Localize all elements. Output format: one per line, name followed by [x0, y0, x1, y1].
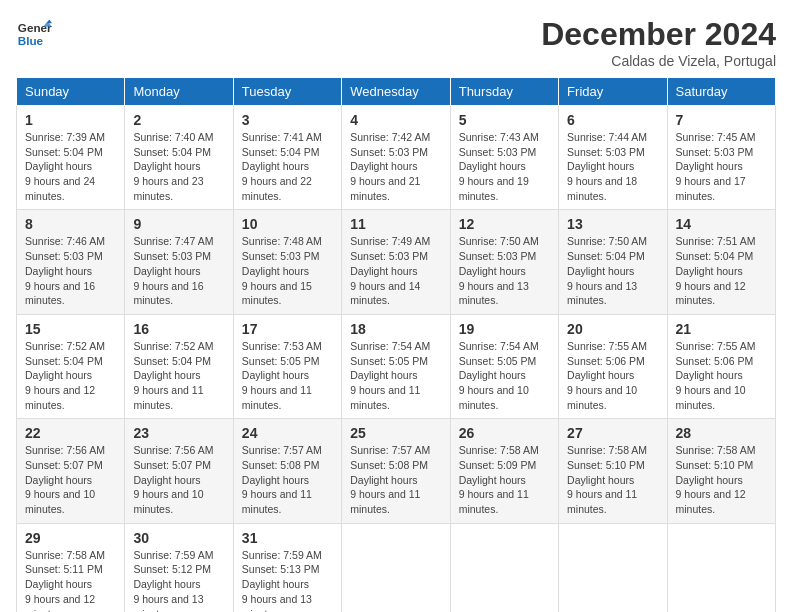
calendar-cell: 28 Sunrise: 7:58 AM Sunset: 5:10 PM Dayl… — [667, 419, 775, 523]
day-info: Sunrise: 7:52 AM Sunset: 5:04 PM Dayligh… — [133, 339, 224, 412]
calendar-cell: 6 Sunrise: 7:44 AM Sunset: 5:03 PM Dayli… — [559, 106, 667, 210]
day-number: 18 — [350, 321, 441, 337]
calendar-header-row: SundayMondayTuesdayWednesdayThursdayFrid… — [17, 78, 776, 106]
location-subtitle: Caldas de Vizela, Portugal — [541, 53, 776, 69]
calendar-week-row: 29 Sunrise: 7:58 AM Sunset: 5:11 PM Dayl… — [17, 523, 776, 612]
calendar-cell: 15 Sunrise: 7:52 AM Sunset: 5:04 PM Dayl… — [17, 314, 125, 418]
day-number: 1 — [25, 112, 116, 128]
day-number: 16 — [133, 321, 224, 337]
day-number: 7 — [676, 112, 767, 128]
day-info: Sunrise: 7:46 AM Sunset: 5:03 PM Dayligh… — [25, 234, 116, 307]
day-number: 6 — [567, 112, 658, 128]
day-number: 5 — [459, 112, 550, 128]
day-info: Sunrise: 7:42 AM Sunset: 5:03 PM Dayligh… — [350, 130, 441, 203]
calendar-week-row: 15 Sunrise: 7:52 AM Sunset: 5:04 PM Dayl… — [17, 314, 776, 418]
calendar-cell: 19 Sunrise: 7:54 AM Sunset: 5:05 PM Dayl… — [450, 314, 558, 418]
day-info: Sunrise: 7:58 AM Sunset: 5:10 PM Dayligh… — [676, 443, 767, 516]
day-info: Sunrise: 7:50 AM Sunset: 5:04 PM Dayligh… — [567, 234, 658, 307]
calendar-cell: 5 Sunrise: 7:43 AM Sunset: 5:03 PM Dayli… — [450, 106, 558, 210]
calendar-cell: 7 Sunrise: 7:45 AM Sunset: 5:03 PM Dayli… — [667, 106, 775, 210]
calendar-cell: 18 Sunrise: 7:54 AM Sunset: 5:05 PM Dayl… — [342, 314, 450, 418]
calendar-table: SundayMondayTuesdayWednesdayThursdayFrid… — [16, 77, 776, 612]
day-number: 14 — [676, 216, 767, 232]
day-info: Sunrise: 7:40 AM Sunset: 5:04 PM Dayligh… — [133, 130, 224, 203]
calendar-cell: 29 Sunrise: 7:58 AM Sunset: 5:11 PM Dayl… — [17, 523, 125, 612]
day-number: 9 — [133, 216, 224, 232]
month-title: December 2024 — [541, 16, 776, 53]
day-info: Sunrise: 7:48 AM Sunset: 5:03 PM Dayligh… — [242, 234, 333, 307]
calendar-cell — [450, 523, 558, 612]
calendar-cell: 12 Sunrise: 7:50 AM Sunset: 5:03 PM Dayl… — [450, 210, 558, 314]
day-number: 10 — [242, 216, 333, 232]
calendar-cell: 3 Sunrise: 7:41 AM Sunset: 5:04 PM Dayli… — [233, 106, 341, 210]
day-number: 22 — [25, 425, 116, 441]
day-number: 2 — [133, 112, 224, 128]
day-number: 19 — [459, 321, 550, 337]
logo-icon: General Blue — [16, 16, 52, 52]
day-info: Sunrise: 7:43 AM Sunset: 5:03 PM Dayligh… — [459, 130, 550, 203]
calendar-cell — [342, 523, 450, 612]
calendar-cell: 17 Sunrise: 7:53 AM Sunset: 5:05 PM Dayl… — [233, 314, 341, 418]
calendar-cell: 22 Sunrise: 7:56 AM Sunset: 5:07 PM Dayl… — [17, 419, 125, 523]
page-header: General Blue December 2024 Caldas de Viz… — [16, 16, 776, 69]
calendar-cell: 4 Sunrise: 7:42 AM Sunset: 5:03 PM Dayli… — [342, 106, 450, 210]
day-number: 24 — [242, 425, 333, 441]
day-number: 25 — [350, 425, 441, 441]
day-info: Sunrise: 7:53 AM Sunset: 5:05 PM Dayligh… — [242, 339, 333, 412]
day-number: 17 — [242, 321, 333, 337]
calendar-cell: 11 Sunrise: 7:49 AM Sunset: 5:03 PM Dayl… — [342, 210, 450, 314]
day-info: Sunrise: 7:45 AM Sunset: 5:03 PM Dayligh… — [676, 130, 767, 203]
svg-text:Blue: Blue — [18, 34, 44, 47]
day-info: Sunrise: 7:58 AM Sunset: 5:10 PM Dayligh… — [567, 443, 658, 516]
day-info: Sunrise: 7:59 AM Sunset: 5:13 PM Dayligh… — [242, 548, 333, 612]
calendar-cell: 2 Sunrise: 7:40 AM Sunset: 5:04 PM Dayli… — [125, 106, 233, 210]
calendar-week-row: 8 Sunrise: 7:46 AM Sunset: 5:03 PM Dayli… — [17, 210, 776, 314]
calendar-cell — [667, 523, 775, 612]
calendar-cell: 1 Sunrise: 7:39 AM Sunset: 5:04 PM Dayli… — [17, 106, 125, 210]
calendar-cell: 30 Sunrise: 7:59 AM Sunset: 5:12 PM Dayl… — [125, 523, 233, 612]
calendar-cell: 9 Sunrise: 7:47 AM Sunset: 5:03 PM Dayli… — [125, 210, 233, 314]
day-info: Sunrise: 7:54 AM Sunset: 5:05 PM Dayligh… — [350, 339, 441, 412]
day-number: 11 — [350, 216, 441, 232]
day-info: Sunrise: 7:55 AM Sunset: 5:06 PM Dayligh… — [567, 339, 658, 412]
day-number: 13 — [567, 216, 658, 232]
calendar-cell: 16 Sunrise: 7:52 AM Sunset: 5:04 PM Dayl… — [125, 314, 233, 418]
day-info: Sunrise: 7:47 AM Sunset: 5:03 PM Dayligh… — [133, 234, 224, 307]
calendar-cell: 20 Sunrise: 7:55 AM Sunset: 5:06 PM Dayl… — [559, 314, 667, 418]
day-of-week-header: Wednesday — [342, 78, 450, 106]
day-info: Sunrise: 7:51 AM Sunset: 5:04 PM Dayligh… — [676, 234, 767, 307]
day-info: Sunrise: 7:57 AM Sunset: 5:08 PM Dayligh… — [350, 443, 441, 516]
calendar-week-row: 1 Sunrise: 7:39 AM Sunset: 5:04 PM Dayli… — [17, 106, 776, 210]
calendar-cell: 27 Sunrise: 7:58 AM Sunset: 5:10 PM Dayl… — [559, 419, 667, 523]
calendar-cell: 8 Sunrise: 7:46 AM Sunset: 5:03 PM Dayli… — [17, 210, 125, 314]
day-info: Sunrise: 7:41 AM Sunset: 5:04 PM Dayligh… — [242, 130, 333, 203]
day-number: 26 — [459, 425, 550, 441]
day-info: Sunrise: 7:39 AM Sunset: 5:04 PM Dayligh… — [25, 130, 116, 203]
day-number: 28 — [676, 425, 767, 441]
day-of-week-header: Saturday — [667, 78, 775, 106]
day-info: Sunrise: 7:50 AM Sunset: 5:03 PM Dayligh… — [459, 234, 550, 307]
day-of-week-header: Friday — [559, 78, 667, 106]
day-info: Sunrise: 7:56 AM Sunset: 5:07 PM Dayligh… — [133, 443, 224, 516]
calendar-week-row: 22 Sunrise: 7:56 AM Sunset: 5:07 PM Dayl… — [17, 419, 776, 523]
day-of-week-header: Sunday — [17, 78, 125, 106]
day-info: Sunrise: 7:54 AM Sunset: 5:05 PM Dayligh… — [459, 339, 550, 412]
day-number: 8 — [25, 216, 116, 232]
day-info: Sunrise: 7:58 AM Sunset: 5:09 PM Dayligh… — [459, 443, 550, 516]
day-number: 20 — [567, 321, 658, 337]
calendar-cell: 21 Sunrise: 7:55 AM Sunset: 5:06 PM Dayl… — [667, 314, 775, 418]
day-number: 15 — [25, 321, 116, 337]
day-info: Sunrise: 7:44 AM Sunset: 5:03 PM Dayligh… — [567, 130, 658, 203]
title-section: December 2024 Caldas de Vizela, Portugal — [541, 16, 776, 69]
calendar-cell — [559, 523, 667, 612]
day-number: 29 — [25, 530, 116, 546]
calendar-cell: 10 Sunrise: 7:48 AM Sunset: 5:03 PM Dayl… — [233, 210, 341, 314]
day-info: Sunrise: 7:59 AM Sunset: 5:12 PM Dayligh… — [133, 548, 224, 612]
day-info: Sunrise: 7:58 AM Sunset: 5:11 PM Dayligh… — [25, 548, 116, 612]
calendar-cell: 13 Sunrise: 7:50 AM Sunset: 5:04 PM Dayl… — [559, 210, 667, 314]
calendar-cell: 24 Sunrise: 7:57 AM Sunset: 5:08 PM Dayl… — [233, 419, 341, 523]
calendar-cell: 23 Sunrise: 7:56 AM Sunset: 5:07 PM Dayl… — [125, 419, 233, 523]
day-info: Sunrise: 7:49 AM Sunset: 5:03 PM Dayligh… — [350, 234, 441, 307]
day-info: Sunrise: 7:56 AM Sunset: 5:07 PM Dayligh… — [25, 443, 116, 516]
day-of-week-header: Thursday — [450, 78, 558, 106]
